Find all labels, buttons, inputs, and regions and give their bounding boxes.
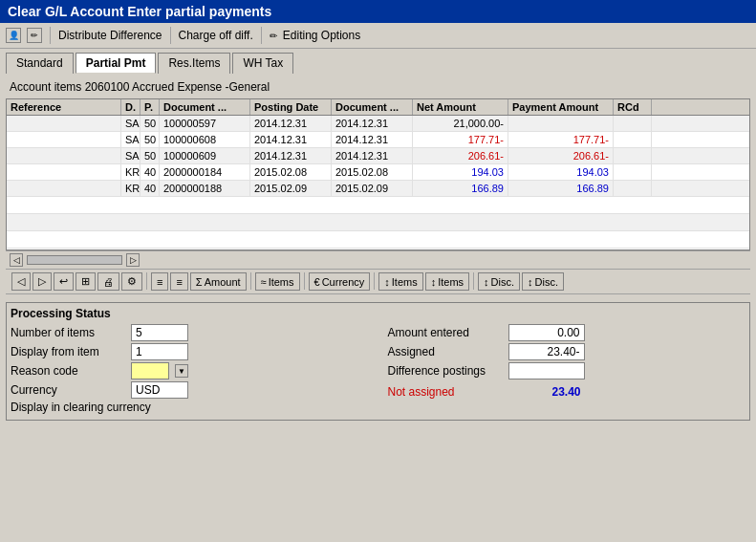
- col-net-amount: Net Amount: [413, 99, 508, 115]
- display-clearing-row: Display in clearing currency: [11, 401, 369, 414]
- gross-net-label: Items: [269, 276, 294, 288]
- page-title: Clear G/L Account Enter partial payments: [8, 4, 271, 19]
- scroll-track[interactable]: [27, 255, 122, 265]
- tab-res-items[interactable]: Res.Items: [158, 53, 230, 74]
- display-from-item-value[interactable]: 1: [131, 343, 188, 360]
- cell-document: 100000609: [160, 148, 250, 163]
- tab-standard[interactable]: Standard: [6, 53, 74, 74]
- reason-code-value[interactable]: [131, 362, 169, 379]
- not-assigned-row: Not assigned 23.40: [388, 383, 746, 401]
- items2-label: Items: [438, 276, 464, 288]
- user-icon[interactable]: 👤: [6, 28, 21, 43]
- edit-icon[interactable]: ✏: [27, 28, 42, 43]
- separator-6: [304, 272, 305, 290]
- items-btn2[interactable]: ↕ Items: [425, 272, 469, 291]
- reason-code-lookup-btn[interactable]: ▼: [175, 364, 188, 378]
- cell-posting-date: 2015.02.08: [250, 164, 332, 180]
- amount-entered-row: Amount entered 0.00: [388, 324, 746, 341]
- separator-3: [261, 27, 262, 44]
- gross-net-btn[interactable]: ≈ Items: [255, 272, 300, 291]
- table-body: SA 50 100000597 2014.12.31 2014.12.31 21…: [7, 116, 749, 249]
- cell-net-amount: 177.71-: [413, 132, 508, 147]
- col-d: D.: [121, 99, 140, 115]
- settings-btn[interactable]: ⚙: [121, 272, 142, 291]
- scroll-left-btn[interactable]: ◁: [10, 253, 23, 267]
- col-document: Document ...: [160, 99, 250, 115]
- reset-btn[interactable]: ↩: [54, 272, 74, 291]
- disc1-label: Disc.: [491, 276, 514, 288]
- cell-payment-amount: 166.89: [508, 181, 614, 196]
- list2-btn[interactable]: ≡: [170, 272, 187, 291]
- separator-5: [250, 272, 251, 290]
- col-posting-date: Posting Date: [250, 99, 332, 115]
- cell-reference: [7, 148, 121, 163]
- disc-btn1[interactable]: ↕ Disc.: [478, 272, 520, 291]
- currency-btn[interactable]: € Currency: [309, 272, 371, 291]
- table-header: Reference D. P. Document ... Posting Dat…: [7, 99, 749, 116]
- editing-options-link[interactable]: ✏ Editing Options: [270, 29, 360, 42]
- charge-off-diff-link[interactable]: Charge off diff.: [179, 29, 253, 42]
- items1-label: Items: [392, 276, 418, 288]
- display-clearing-label: Display in clearing currency: [11, 401, 151, 414]
- cell-payment-amount: 206.61-: [508, 148, 614, 163]
- tab-wh-tax[interactable]: WH Tax: [232, 53, 293, 74]
- col-payment-amount: Payment Amount: [508, 99, 614, 115]
- cell-rcd: [614, 148, 652, 163]
- cell-reference: [7, 132, 121, 147]
- cell-d: KR: [121, 164, 140, 180]
- back-btn[interactable]: ◁: [11, 272, 31, 291]
- not-assigned-value: 23.40: [508, 383, 585, 401]
- table-row[interactable]: SA 50 100000597 2014.12.31 2014.12.31 21…: [7, 116, 749, 132]
- list2-icon: ≡: [176, 276, 182, 288]
- table-row[interactable]: SA 50 100000609 2014.12.31 2014.12.31 20…: [7, 148, 749, 164]
- assigned-row: Assigned 23.40-: [388, 343, 746, 360]
- status-right: Amount entered 0.00 Assigned 23.40- Diff…: [388, 324, 746, 416]
- table-row[interactable]: KR 40 2000000188 2015.02.09 2015.02.09 1…: [7, 181, 749, 197]
- currency-row: Currency USD: [11, 381, 369, 399]
- display-from-item-label: Display from item: [11, 345, 125, 358]
- cell-document: 100000608: [160, 132, 250, 147]
- scroll-right-btn[interactable]: ▷: [126, 253, 140, 267]
- items1-icon: ↕: [384, 276, 390, 288]
- forward-btn[interactable]: ▷: [32, 272, 52, 291]
- col-document2: Document ...: [332, 99, 413, 115]
- display-from-item-row: Display from item 1: [11, 343, 369, 360]
- layout-btn[interactable]: ⊞: [76, 272, 96, 291]
- cell-document2: 2015.02.08: [332, 164, 413, 180]
- toolbar: 👤 ✏ Distribute Difference Charge off dif…: [0, 23, 756, 49]
- number-of-items-value[interactable]: 5: [131, 324, 188, 341]
- separator-1: [50, 27, 51, 44]
- cell-posting-date: 2014.12.31: [250, 132, 332, 147]
- print-btn[interactable]: 🖨: [97, 272, 119, 291]
- tab-partial-pmt[interactable]: Partial Pmt: [76, 53, 157, 74]
- items-btn1[interactable]: ↕ Items: [378, 272, 422, 291]
- cell-p: 40: [140, 181, 160, 196]
- table-row[interactable]: KR 40 2000000184 2015.02.08 2015.02.08 1…: [7, 164, 749, 181]
- number-of-items-label: Number of items: [11, 326, 125, 339]
- disc-btn2[interactable]: ↕ Disc.: [522, 272, 564, 291]
- settings-icon: ⚙: [127, 275, 137, 288]
- table-row: [7, 231, 749, 249]
- cell-reference: [7, 164, 121, 180]
- currency-icon-glyph: €: [314, 276, 320, 288]
- distribute-difference-link[interactable]: Distribute Difference: [58, 29, 162, 42]
- cell-rcd: [614, 132, 652, 147]
- cell-p: 40: [140, 164, 160, 180]
- currency-value[interactable]: USD: [131, 381, 188, 399]
- amount-btn[interactable]: Σ Amount: [190, 272, 247, 291]
- disc1-icon: ↕: [484, 276, 489, 288]
- scrollbar-row: ◁ ▷: [6, 250, 750, 269]
- assigned-value: 23.40-: [508, 343, 585, 360]
- cell-net-amount: 194.03: [413, 164, 508, 180]
- cell-d: SA: [121, 116, 140, 131]
- cell-net-amount: 206.61-: [413, 148, 508, 163]
- title-bar: Clear G/L Account Enter partial payments: [0, 0, 756, 23]
- list-btn[interactable]: ≡: [151, 272, 168, 291]
- cell-p: 50: [140, 132, 160, 147]
- main-content: Account items 2060100 Accrued Expense -G…: [0, 74, 756, 298]
- cell-p: 50: [140, 148, 160, 163]
- table-row[interactable]: SA 50 100000608 2014.12.31 2014.12.31 17…: [7, 132, 749, 148]
- cell-rcd: [614, 181, 652, 196]
- tab-bar: Standard Partial Pmt Res.Items WH Tax: [0, 49, 756, 74]
- cell-document2: 2014.12.31: [332, 148, 413, 163]
